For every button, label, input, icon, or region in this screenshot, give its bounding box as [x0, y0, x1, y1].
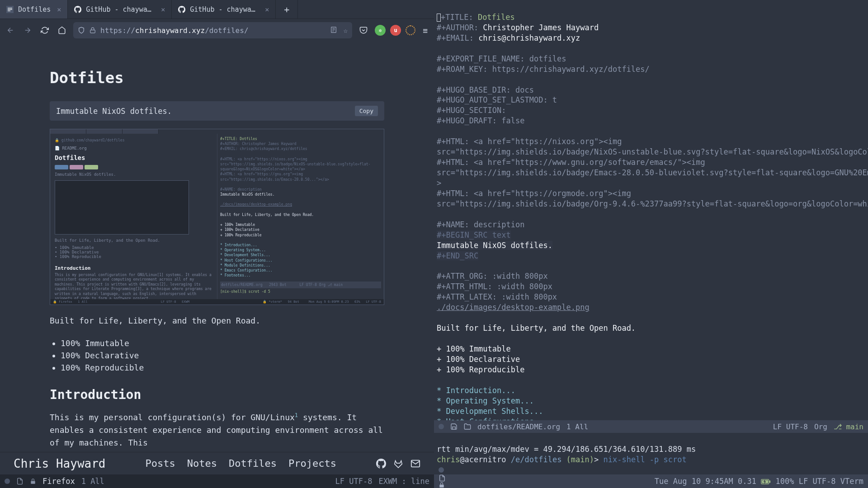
site-nav: Chris Hayward Posts Notes Dotfiles Proje… — [0, 452, 434, 474]
position: 1 All — [566, 422, 588, 431]
git-branch: ⎇ main — [834, 422, 863, 431]
lock-icon — [439, 482, 508, 488]
vterm-modeline: *vterm* 170 Bot Tue Aug 10 9:45AM 0.31 1… — [434, 474, 868, 488]
back-button[interactable] — [5, 24, 16, 36]
lock-icon[interactable] — [90, 27, 96, 33]
list-item: 100% Immutable — [61, 337, 384, 349]
svg-rect-7 — [31, 481, 35, 483]
battery-icon — [761, 477, 775, 486]
gitlab-icon[interactable] — [393, 459, 403, 469]
favicon-icon — [6, 6, 14, 13]
org-editor[interactable]: +TITLE: Dotfiles #+AUTHOR: Christopher J… — [434, 0, 868, 420]
copy-button[interactable]: Copy — [355, 106, 378, 116]
list-item: 100% Reproducible — [61, 361, 384, 374]
screenshot-image: 🔒 github.com/chayward1/dotfiles 📄 README… — [50, 129, 384, 305]
nav-link-notes[interactable]: Notes — [187, 458, 217, 469]
browser-tab-active[interactable]: Dotfiles ✕ — [0, 0, 68, 19]
encoding: LF UTF-8 — [799, 477, 836, 486]
buffer-name: Firefox — [42, 477, 75, 486]
extensions: ✲ u — [375, 25, 415, 36]
mail-icon[interactable] — [410, 459, 420, 469]
intro-paragraph: This is my personal configuration(s) for… — [50, 411, 384, 449]
datetime: Tue Aug 10 9:45AM 0.31 — [655, 477, 756, 486]
svg-rect-8 — [439, 484, 443, 487]
encoding: LF UTF-8 — [335, 477, 373, 486]
org-modeline: dotfiles/README.org 1 All LF UTF-8 Org ⎇… — [434, 420, 868, 433]
github-icon — [178, 6, 185, 13]
intro-heading: Introduction — [50, 387, 384, 402]
feature-list: 100% Immutable 100% Declarative 100% Rep… — [61, 337, 384, 374]
page-title: Dotfiles — [50, 69, 384, 87]
mode: Org — [814, 422, 827, 431]
close-icon[interactable]: ✕ — [57, 5, 61, 14]
status-dot-icon — [439, 467, 444, 473]
lock-icon — [30, 478, 36, 484]
battery-percent: 100% — [775, 477, 794, 486]
github-icon — [74, 6, 81, 13]
modeline-left: Firefox 1 All LF UTF-8 EXWM : line — [0, 474, 434, 488]
close-icon[interactable]: ✕ — [265, 5, 269, 14]
svg-rect-1 — [90, 30, 95, 33]
new-tab-button[interactable]: + — [276, 0, 298, 19]
status-dot-icon — [439, 424, 444, 429]
nav-link-posts[interactable]: Posts — [146, 458, 175, 469]
list-item: 100% Declarative — [61, 349, 384, 361]
tab-title: GitHub - chayward1/dotf — [86, 5, 155, 14]
status-dot-icon — [5, 479, 10, 484]
cursor-icon — [437, 14, 441, 22]
browser-tab-bar: Dotfiles ✕ GitHub - chayward1/dotf ✕ Git… — [0, 0, 434, 19]
encoding: LF UTF-8 — [773, 422, 808, 431]
pocket-icon[interactable] — [358, 24, 369, 36]
close-icon[interactable]: ✕ — [161, 5, 165, 14]
url-bar[interactable]: https://chrishayward.xyz/dotfiles/ ☆ — [73, 22, 352, 38]
browser-nav-bar: https://chrishayward.xyz/dotfiles/ ☆ ✲ u… — [0, 19, 434, 42]
url-text: https://chrishayward.xyz/dotfiles/ — [100, 26, 326, 35]
folder-icon — [464, 423, 471, 430]
browser-tab[interactable]: GitHub - chayward1/dotf ✕ — [172, 0, 276, 19]
mode: VTerm — [840, 477, 863, 486]
save-icon — [450, 423, 458, 430]
file-icon — [16, 478, 24, 485]
github-icon[interactable] — [376, 459, 386, 469]
buffer-path: dotfiles/README.org — [477, 422, 560, 431]
position: 1 All — [81, 477, 104, 486]
browser-tab[interactable]: GitHub - chayward1/dotf ✕ — [68, 0, 172, 19]
nav-link-projects[interactable]: Projects — [288, 458, 336, 469]
code-text: Immutable NixOS dotfiles. — [56, 107, 172, 116]
bookmark-icon[interactable]: ☆ — [344, 26, 348, 35]
extension-icon[interactable]: ✲ — [375, 25, 386, 36]
forward-button[interactable] — [22, 24, 33, 36]
mode: EXWM : line — [378, 477, 429, 486]
extension-icon[interactable]: u — [390, 25, 401, 36]
svg-rect-11 — [769, 480, 771, 483]
code-block: Immutable NixOS dotfiles. Copy — [50, 101, 384, 121]
nav-link-dotfiles[interactable]: Dotfiles — [229, 458, 277, 469]
tagline: Built for Life, Liberty, and the Open Ro… — [50, 316, 384, 325]
webpage-content[interactable]: Dotfiles Immutable NixOS dotfiles. Copy … — [0, 42, 434, 452]
menu-button[interactable]: ≡ — [421, 26, 429, 35]
tab-title: GitHub - chayward1/dotf — [190, 5, 259, 14]
reader-icon[interactable] — [330, 26, 337, 35]
image-link[interactable]: ./docs/images/desktop-example.png — [437, 303, 590, 312]
home-button[interactable] — [56, 24, 68, 36]
tab-title: Dotfiles — [18, 5, 51, 14]
file-icon — [439, 474, 508, 482]
shield-icon[interactable] — [78, 27, 85, 34]
brand[interactable]: Chris Hayward — [14, 457, 106, 470]
extension-icon[interactable] — [406, 25, 415, 35]
reload-button[interactable] — [39, 24, 51, 36]
